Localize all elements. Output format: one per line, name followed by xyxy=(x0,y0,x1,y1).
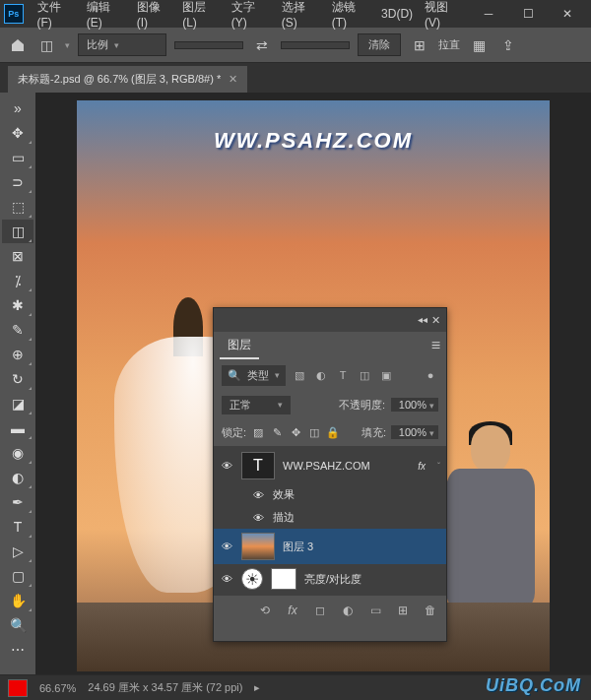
zoom-tool[interactable]: 🔍 xyxy=(2,613,33,637)
layer-fx-row[interactable]: 👁 效果 xyxy=(214,483,446,506)
lasso-tool[interactable]: ⊃ xyxy=(2,170,33,194)
document-tab[interactable]: 未标题-2.psd @ 66.7% (图层 3, RGB/8#) * ✕ xyxy=(8,66,247,93)
filter-type-label: 类型 xyxy=(247,368,269,383)
panel-menu-icon[interactable]: ≡ xyxy=(431,337,440,354)
ratio-width-field[interactable] xyxy=(174,41,243,49)
swap-icon[interactable]: ⇄ xyxy=(251,34,273,56)
opacity-field[interactable]: 100% ▾ xyxy=(391,398,438,412)
collapse-tools-icon[interactable]: » xyxy=(2,96,33,120)
opacity-label: 不透明度: xyxy=(339,398,385,413)
home-icon[interactable] xyxy=(8,35,28,55)
close-panel-icon[interactable]: ✕ xyxy=(431,314,440,327)
layer-mask-icon[interactable]: ◻ xyxy=(312,603,328,618)
shape-tool[interactable]: ▢ xyxy=(2,564,33,588)
menu-view[interactable]: 视图(V) xyxy=(419,0,469,33)
lock-all-icon[interactable]: 🔒 xyxy=(326,425,340,439)
quick-select-tool[interactable]: ⬚ xyxy=(2,195,33,219)
lock-pixels-icon[interactable]: ✎ xyxy=(270,425,284,439)
tab-close-icon[interactable]: ✕ xyxy=(229,73,237,86)
crop-tool-icon[interactable]: ◫ xyxy=(35,34,57,56)
ratio-height-field[interactable] xyxy=(281,41,350,49)
menu-type[interactable]: 文字(Y) xyxy=(226,0,276,33)
hand-tool[interactable]: ✋ xyxy=(2,589,33,612)
link-layers-icon[interactable]: ⟲ xyxy=(257,603,273,618)
minimize-button[interactable]: ─ xyxy=(469,0,508,28)
layer-fx-badge[interactable]: fx xyxy=(418,461,426,472)
layer-name: WW.PSAHZ.COM xyxy=(283,460,370,472)
menu-layer[interactable]: 图层(L) xyxy=(176,0,226,33)
layer-fx-row[interactable]: 👁 描边 xyxy=(214,506,446,529)
delete-layer-icon[interactable]: 🗑 xyxy=(423,603,438,618)
filter-type-icon[interactable]: T xyxy=(335,367,351,383)
zoom-level[interactable]: 66.67% xyxy=(39,682,76,694)
ratio-dropdown[interactable]: 比例▾ xyxy=(78,33,166,56)
type-tool[interactable]: T xyxy=(2,515,33,539)
canvas-watermark-text: WW.PSAHZ.COM xyxy=(214,128,413,154)
brush-tool[interactable]: ✎ xyxy=(2,318,33,342)
healing-tool[interactable]: ✱ xyxy=(2,293,33,317)
more-tools-icon[interactable]: ⋯ xyxy=(2,638,33,662)
move-tool[interactable]: ✥ xyxy=(2,121,33,145)
eyedropper-tool[interactable]: ⁒ xyxy=(2,269,33,292)
filter-shape-icon[interactable]: ◫ xyxy=(357,367,372,383)
layer-row[interactable]: 👁 ☀ 亮度/对比度 xyxy=(214,564,446,594)
menu-file[interactable]: 文件(F) xyxy=(32,0,81,33)
lock-transparency-icon[interactable]: ▨ xyxy=(251,425,265,439)
collapse-panel-icon[interactable]: ◂◂ xyxy=(418,314,427,327)
maximize-button[interactable]: ☐ xyxy=(508,0,548,28)
menu-image[interactable]: 图像(I) xyxy=(131,0,176,33)
layer-stroke-label: 描边 xyxy=(273,510,295,525)
menu-3d[interactable]: 3D(D) xyxy=(375,3,419,25)
filter-adjust-icon[interactable]: ◐ xyxy=(313,367,329,383)
visibility-icon[interactable]: 👁 xyxy=(220,460,233,472)
filter-pixel-icon[interactable]: ▧ xyxy=(292,367,307,383)
layer-fx-icon[interactable]: fx xyxy=(285,603,300,618)
filter-type-dropdown[interactable]: 🔍 类型 ▾ xyxy=(222,365,286,386)
expand-fx-icon[interactable]: ˇ xyxy=(437,461,440,471)
layer-row[interactable]: 👁 T WW.PSAHZ.COM fx ˇ xyxy=(214,448,446,483)
fill-field[interactable]: 100% ▾ xyxy=(391,425,438,439)
filter-smart-icon[interactable]: ▣ xyxy=(378,367,394,383)
dodge-tool[interactable]: ◐ xyxy=(2,466,33,489)
tool-bar: » ✥ ▭ ⊃ ⬚ ◫ ⊠ ⁒ ✱ ✎ ⊕ ↻ ◪ ▬ ◉ ◐ ✒ T ▷ ▢ … xyxy=(0,93,35,674)
fill-label: 填充: xyxy=(361,425,386,440)
layer-row[interactable]: 👁 图层 3 xyxy=(214,529,446,564)
frame-tool[interactable]: ⊠ xyxy=(2,244,33,268)
blur-tool[interactable]: ◉ xyxy=(2,441,33,465)
panel-header[interactable]: ◂◂ ✕ xyxy=(214,308,446,332)
straighten-icon[interactable]: ⊞ xyxy=(409,34,430,56)
lock-artboard-icon[interactable]: ◫ xyxy=(307,425,321,439)
eraser-tool[interactable]: ◪ xyxy=(2,392,33,415)
gradient-tool[interactable]: ▬ xyxy=(2,416,33,440)
overlay-options-icon[interactable]: ▦ xyxy=(468,34,490,56)
pen-tool[interactable]: ✒ xyxy=(2,490,33,514)
lock-position-icon[interactable]: ✥ xyxy=(289,425,302,439)
visibility-icon[interactable]: 👁 xyxy=(251,512,265,524)
type-layer-icon: T xyxy=(241,452,275,479)
blend-mode-dropdown[interactable]: 正常▾ xyxy=(222,396,291,414)
crop-tool[interactable]: ◫ xyxy=(2,220,33,243)
close-button[interactable]: ✕ xyxy=(548,0,587,28)
stamp-tool[interactable]: ⊕ xyxy=(2,343,33,366)
marquee-tool[interactable]: ▭ xyxy=(2,146,33,169)
layers-tab[interactable]: 图层 xyxy=(220,333,259,359)
history-brush-tool[interactable]: ↻ xyxy=(2,367,33,391)
filter-toggle[interactable]: ● xyxy=(423,367,438,383)
foreground-color-swatch[interactable] xyxy=(8,679,28,697)
menu-filter[interactable]: 滤镜(T) xyxy=(326,0,375,33)
visibility-icon[interactable]: 👁 xyxy=(251,489,265,501)
status-more-icon[interactable]: ▸ xyxy=(254,681,260,694)
share-icon[interactable]: ⇪ xyxy=(497,34,519,56)
layer-mask-thumb[interactable] xyxy=(271,568,296,590)
group-layers-icon[interactable]: ▭ xyxy=(367,603,383,618)
visibility-icon[interactable]: 👁 xyxy=(220,541,233,552)
layers-panel-footer: ⟲ fx ◻ ◐ ▭ ⊞ 🗑 xyxy=(214,596,446,625)
tab-title: 未标题-2.psd @ 66.7% (图层 3, RGB/8#) * xyxy=(18,72,221,87)
menu-edit[interactable]: 编辑(E) xyxy=(81,0,131,33)
clear-button[interactable]: 清除 xyxy=(358,33,401,56)
menu-select[interactable]: 选择(S) xyxy=(276,0,326,33)
path-select-tool[interactable]: ▷ xyxy=(2,540,33,563)
new-layer-icon[interactable]: ⊞ xyxy=(395,603,411,618)
adjustment-layer-icon[interactable]: ◐ xyxy=(340,603,356,618)
visibility-icon[interactable]: 👁 xyxy=(220,573,233,585)
